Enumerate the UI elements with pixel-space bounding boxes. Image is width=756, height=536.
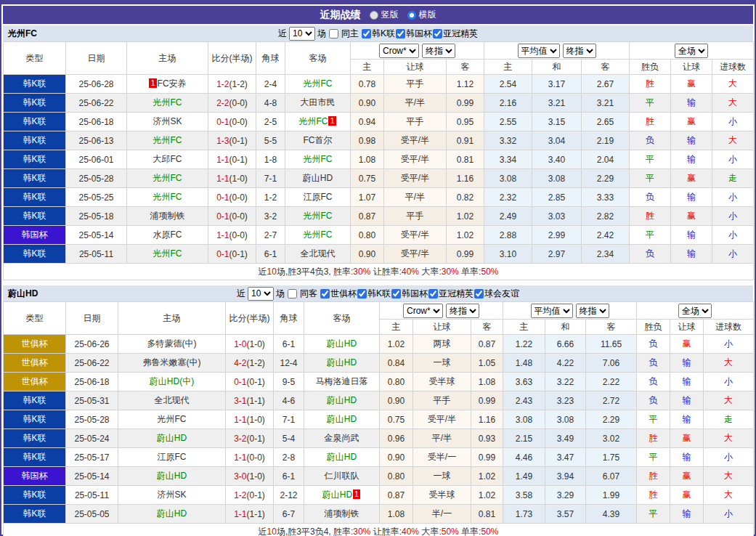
match-row: 韩K联25-05-25光州FC0-1(0-0)1-2江原FC1.07平/半0.8…: [4, 188, 754, 207]
away-team-cell: 马梅洛迪日落: [304, 373, 380, 391]
league-badge: 世俱杯: [4, 335, 66, 354]
league-badge: 韩K联: [4, 169, 66, 188]
league-filter-checkbox[interactable]: [396, 29, 405, 38]
avg-away-cell: 7.06: [586, 354, 637, 373]
goals-result-cell: 大: [704, 354, 754, 373]
league-filter[interactable]: 韩K联: [357, 288, 391, 300]
league-filter[interactable]: 韩国杯: [391, 288, 428, 300]
odds-home-cell: 0.80: [351, 226, 384, 245]
league-filter-checkbox[interactable]: [474, 289, 484, 299]
avg-draw-cell: 3.15: [532, 113, 582, 131]
odds-handicap-cell: 一球: [413, 467, 471, 486]
col-header-type: 类型: [4, 302, 66, 335]
avg-draw-cell: 3.17: [532, 75, 582, 94]
odds-home-cell: 0.75: [380, 410, 413, 429]
away-team-cell: 仁川联队: [304, 467, 380, 486]
score-cell: 1-3(0-1): [208, 131, 256, 150]
fulltime-score: 4-2: [234, 358, 246, 368]
summary-segment: 50%: [481, 527, 498, 536]
odds-handicap-cell: 平/半: [384, 94, 447, 113]
home-team-cell: 蔚山HD: [118, 429, 226, 448]
league-badge: 韩K联: [4, 391, 66, 410]
radio-vertical-label: 竖版: [381, 9, 399, 21]
league-badge: 韩K联: [4, 486, 66, 505]
odds-away-cell: 1.02: [447, 226, 484, 245]
goals-result-cell: 大: [712, 131, 754, 150]
avg-select[interactable]: 平均值: [531, 304, 573, 318]
odds-home-cell: 0.98: [351, 131, 384, 150]
away-team-cell: 光州FC: [285, 226, 351, 245]
league-filter[interactable]: 亚冠精英: [432, 28, 478, 40]
league-filter-checkbox[interactable]: [320, 289, 330, 299]
odds-away-cell: 1.08: [471, 373, 503, 391]
handicap-result-cell: 输: [670, 373, 704, 391]
summary-segment: 场,胜3平3负4, 胜率:: [277, 527, 353, 536]
subcol-goals-result: 进球数: [704, 320, 754, 335]
home-team-cell: 光州FC: [127, 169, 208, 188]
avg-select[interactable]: 平均值: [518, 44, 560, 58]
team-name: 蔚山HD: [327, 338, 357, 349]
match-row: 韩国杯25-05-14蔚山HD3-0(1-0)6-1仁川联队0.80一球1.02…: [4, 467, 754, 486]
odds-home-cell: 0.87: [380, 486, 413, 505]
avg-away-cell: 2.29: [586, 410, 637, 429]
home-team-cell: 浦项制铁: [127, 207, 208, 226]
odds-away-cell: 1.02: [471, 467, 503, 486]
odds-stage-select[interactable]: 终指: [422, 44, 455, 58]
date-cell: 25-05-14: [66, 467, 118, 486]
date-cell: 25-05-28: [66, 410, 118, 429]
odds-stage-select[interactable]: 终指: [446, 304, 479, 318]
same-venue-checkbox[interactable]: [288, 289, 297, 299]
result-cell: 负: [630, 245, 671, 264]
corner-cell: 3-2: [256, 207, 285, 226]
date-cell: 25-05-18: [66, 207, 127, 226]
same-venue-checkbox[interactable]: [329, 29, 338, 38]
avg-home-cell: 3.32: [484, 131, 532, 150]
bookmaker-select[interactable]: Crow*: [379, 44, 419, 58]
page-title: 近期战绩: [320, 9, 361, 22]
summary-segment: 单率:: [459, 527, 481, 536]
avg-stage-select[interactable]: 终指: [563, 44, 596, 58]
red-card-badge: 1: [328, 116, 336, 126]
odds-home-cell: 0.80: [380, 467, 413, 486]
goals-result-cell: 小: [712, 113, 754, 131]
league-filter-checkbox[interactable]: [362, 29, 371, 38]
subcol-avg-away: 客: [586, 320, 637, 335]
layout-radio-vertical[interactable]: 竖版: [370, 9, 399, 21]
league-filter[interactable]: 球会友谊: [473, 288, 519, 300]
league-filter-checkbox[interactable]: [433, 29, 442, 38]
layout-radio-horizontal[interactable]: 横版: [407, 9, 436, 21]
date-cell: 25-05-31: [66, 391, 118, 410]
corner-cell: 5-4: [274, 429, 304, 448]
subcol-result: 胜负: [630, 60, 671, 75]
team-name: FC首尔: [304, 135, 333, 145]
avg-draw-cell: 3.08: [532, 169, 582, 188]
league-filter-checkbox[interactable]: [357, 289, 367, 299]
league-badge: 韩K联: [4, 150, 66, 169]
odds-handicap-cell: 平手: [413, 391, 471, 410]
match-count-select[interactable]: 10: [248, 287, 274, 301]
league-filter-checkbox[interactable]: [391, 289, 401, 299]
league-filter[interactable]: 亚冠精英: [428, 288, 473, 300]
league-filter[interactable]: 韩K联: [361, 28, 395, 40]
avg-home-cell: 1.22: [503, 335, 545, 354]
match-count-select[interactable]: 10: [289, 27, 315, 41]
scope-select[interactable]: 全场: [675, 44, 708, 58]
date-cell: 25-06-22: [66, 94, 127, 113]
avg-stage-select[interactable]: 终指: [576, 304, 609, 318]
league-filter-checkbox[interactable]: [428, 289, 438, 299]
league-filter[interactable]: 韩国杯: [395, 28, 432, 40]
match-row: 世俱杯25-06-22弗鲁米嫩塞(中)4-2(1-2)12-4蔚山HD0.84一…: [4, 354, 754, 373]
halftime-score: (0-0): [229, 98, 248, 108]
away-team-cell: 蔚山HD: [304, 354, 380, 373]
avg-home-cell: 3.08: [484, 169, 532, 188]
summary-segment: 50%: [442, 527, 459, 536]
date-cell: 25-05-11: [66, 245, 127, 264]
team-name: 济州SK: [157, 490, 186, 500]
scope-select[interactable]: 全场: [678, 304, 712, 318]
odds-away-cell: 0.91: [447, 131, 484, 150]
bookmaker-select[interactable]: Crow*: [403, 304, 443, 318]
halftime-score: (1-0): [247, 415, 265, 425]
corner-cell: 6-1: [274, 467, 304, 486]
goals-result-cell: 小: [704, 373, 754, 391]
league-filter[interactable]: 世俱杯: [320, 288, 357, 300]
